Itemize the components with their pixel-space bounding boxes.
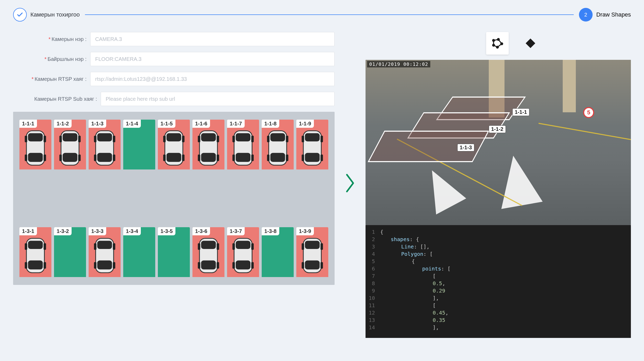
parking-slot[interactable]: 1-1-2: [54, 120, 86, 169]
car-icon: [160, 128, 188, 168]
svg-rect-83: [251, 262, 254, 269]
parking-slot[interactable]: 1-1-4: [123, 120, 155, 169]
car-icon: [195, 128, 222, 168]
code-line: 6points: [: [366, 265, 631, 272]
parking-slot[interactable]: 1-1-7: [227, 120, 259, 169]
svg-rect-19: [94, 155, 96, 161]
parking-slot-label: 1-1-1: [19, 120, 37, 128]
svg-rect-2: [28, 153, 43, 162]
parking-slot[interactable]: 1-3-5: [158, 227, 190, 277]
svg-rect-82: [232, 262, 235, 269]
rtsp-input[interactable]: [90, 72, 335, 86]
svg-rect-1: [28, 133, 43, 141]
parking-slot[interactable]: 1-1-5: [158, 120, 190, 169]
code-line: 8 0.5,: [366, 280, 631, 287]
parking-slot[interactable]: 1-3-6: [192, 227, 224, 277]
parking-slot[interactable]: 1-3-9: [296, 227, 328, 277]
svg-point-91: [493, 39, 495, 41]
svg-rect-74: [217, 243, 219, 250]
camera-preview[interactable]: 1-1-1 1-1-2 1-1-3 5 01/01/2019 00:12:02: [366, 60, 631, 225]
code-line: 7[: [366, 272, 631, 280]
rtsp-sub-input[interactable]: [101, 92, 335, 106]
chevron-right-icon[interactable]: [344, 173, 357, 197]
stepper: Камерын тохиргоо 2 Draw Shapes: [13, 8, 631, 22]
code-editor[interactable]: 1{2shapes: {3Line: [],4Polygon: [5{6poin…: [366, 225, 631, 338]
svg-rect-23: [167, 153, 181, 162]
svg-rect-15: [97, 133, 112, 141]
svg-rect-66: [94, 243, 96, 250]
car-icon: [22, 235, 49, 276]
code-line: 4Polygon: [: [366, 250, 631, 258]
svg-rect-32: [217, 136, 219, 142]
parking-slot[interactable]: 1-3-3: [89, 227, 121, 277]
car-icon: [195, 235, 222, 276]
svg-rect-59: [25, 243, 27, 250]
parking-slot[interactable]: 1-3-7: [227, 227, 259, 277]
svg-rect-86: [305, 261, 320, 269]
roi-tag[interactable]: 1-1-1: [512, 108, 529, 116]
parking-slot[interactable]: 1-3-8: [262, 227, 294, 277]
eraser-tool-button[interactable]: [519, 32, 542, 55]
roi-tag[interactable]: 1-1-2: [489, 125, 506, 133]
svg-point-95: [493, 44, 495, 46]
parking-map: 1-1-1 1-1-2 1-1-3 1-1-41-1-5 1-1-6: [13, 112, 335, 285]
camera-name-label: Камерын нэр :: [52, 36, 87, 42]
step-2[interactable]: 2 Draw Shapes: [579, 8, 631, 22]
car-icon: [91, 128, 119, 168]
svg-rect-27: [182, 155, 184, 161]
svg-rect-45: [267, 136, 269, 142]
parking-slot-label: 1-1-6: [192, 120, 210, 128]
parking-slot[interactable]: 1-3-4: [123, 227, 155, 277]
svg-point-94: [496, 46, 498, 48]
step-1[interactable]: Камерын тохиргоо: [13, 8, 80, 22]
svg-rect-47: [267, 155, 269, 161]
polygon-tool-button[interactable]: [486, 32, 509, 55]
svg-rect-65: [97, 261, 112, 269]
parking-slot[interactable]: 1-1-9: [296, 120, 328, 169]
parking-slot-label: 1-3-4: [123, 227, 141, 235]
parking-slot[interactable]: 1-1-3: [89, 120, 121, 169]
parking-slot-label: 1-3-5: [158, 227, 175, 235]
car-icon: [229, 128, 257, 168]
svg-rect-8: [63, 133, 77, 141]
parking-slot-label: 1-1-9: [296, 120, 314, 128]
svg-rect-40: [232, 155, 235, 161]
parking-slot[interactable]: 1-3-1: [19, 227, 51, 277]
svg-rect-44: [270, 153, 285, 162]
parking-slot[interactable]: 1-1-1: [19, 120, 51, 169]
car-icon: [264, 128, 292, 168]
code-line: 11[: [366, 302, 631, 309]
camera-name-input[interactable]: [90, 32, 335, 46]
roi-tag[interactable]: 1-1-3: [457, 144, 474, 151]
camera-timestamp: 01/01/2019 00:12:02: [367, 61, 430, 67]
rtsp-row: *Камерын RTSP хаяг :: [13, 72, 335, 86]
code-line: 1{: [366, 228, 631, 236]
svg-rect-24: [163, 136, 165, 142]
parking-slot[interactable]: 1-1-8: [262, 120, 294, 169]
parking-slot-label: 1-3-7: [227, 227, 245, 235]
parking-slot-label: 1-3-9: [296, 227, 314, 235]
svg-rect-72: [201, 261, 216, 269]
location-name-input[interactable]: [90, 52, 335, 66]
car-icon: [22, 128, 49, 168]
parking-slot-label: 1-1-2: [54, 120, 72, 128]
svg-rect-80: [232, 243, 235, 250]
parking-slot-label: 1-1-4: [123, 120, 141, 128]
parking-slot[interactable]: 1-3-2: [54, 227, 86, 277]
svg-rect-60: [44, 243, 46, 250]
required-marker: *: [44, 56, 46, 62]
code-line: 9 0.29: [366, 287, 631, 294]
svg-rect-81: [251, 243, 254, 250]
svg-rect-43: [270, 133, 285, 141]
parking-slot[interactable]: 1-1-6: [192, 120, 224, 169]
svg-rect-20: [113, 155, 115, 161]
svg-point-93: [501, 43, 503, 45]
svg-rect-29: [201, 133, 216, 141]
step-1-title: Камерын тохиргоо: [30, 11, 80, 18]
code-line: 5{: [366, 258, 631, 265]
svg-rect-48: [286, 155, 288, 161]
svg-rect-69: [113, 262, 115, 269]
svg-rect-75: [198, 262, 200, 269]
svg-rect-4: [44, 136, 46, 142]
svg-rect-33: [198, 155, 200, 161]
